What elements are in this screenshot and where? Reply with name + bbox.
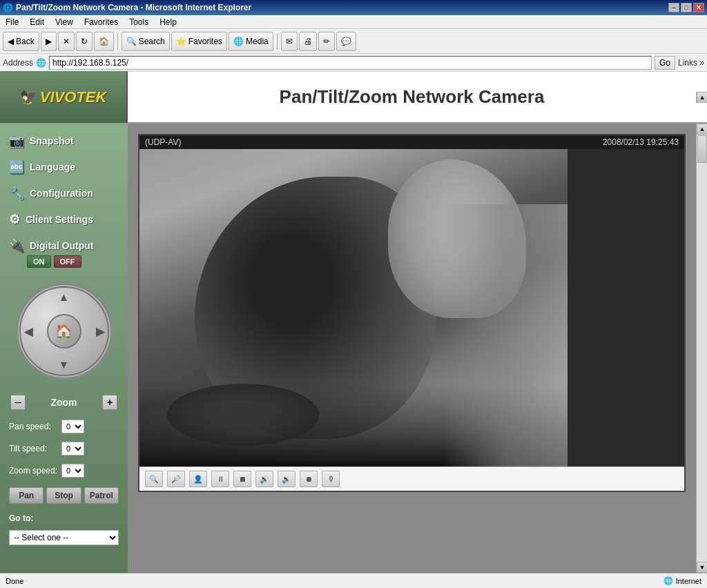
sidebar-item-configuration[interactable]: 🔧 Configuration (3, 183, 124, 204)
sidebar: 📷 Snapshot 🔤 Language 🔧 Configuration ⚙ … (0, 124, 128, 573)
ptz-up-button[interactable]: ▲ (59, 291, 70, 304)
edit-icon: ✏ (323, 37, 330, 46)
ptz-left-button[interactable]: ◀ (24, 325, 32, 338)
pause-button[interactable]: ⏸ (211, 471, 229, 487)
search-icon: 🔍 (126, 37, 137, 46)
status-text: Done (6, 577, 657, 585)
messenger-btn[interactable]: 💬 (336, 32, 356, 51)
refresh-icon: ↻ (81, 37, 88, 46)
configuration-icon: 🔧 (9, 186, 24, 201)
status-bar: Done 🌐 Internet (0, 573, 707, 588)
close-button[interactable]: ✕ (693, 3, 704, 12)
favorites-icon: ⭐ (176, 37, 186, 46)
refresh-button[interactable]: ↻ (76, 32, 93, 51)
output-buttons: ON OFF (27, 255, 119, 268)
goto-select[interactable]: -- Select one -- (9, 530, 119, 545)
toolbar-separator (117, 33, 118, 50)
search-button[interactable]: 🔍 Search (122, 32, 170, 51)
patrol-button[interactable]: Patrol (84, 487, 119, 504)
ptz-right-button[interactable]: ▶ (96, 325, 104, 338)
person-icon: 👤 (193, 475, 203, 484)
favorites-button[interactable]: ⭐ Favorites (171, 32, 227, 51)
background-right (443, 204, 568, 467)
page-header: 🦅 VIVOTEK Pan/Tilt/Zoom Network Camera ▲ (0, 72, 707, 124)
tilt-speed-select[interactable]: 0123 (61, 442, 84, 455)
sidebar-item-snapshot[interactable]: 📷 Snapshot (3, 130, 124, 151)
right-scrollbar[interactable]: ▲ ▼ (696, 124, 707, 573)
camera-toolbar: 🔍 🔎 👤 ⏸ ⏹ 🔊 (139, 467, 684, 491)
menu-view[interactable]: View (50, 16, 79, 28)
minimize-button[interactable]: ─ (668, 3, 679, 12)
scroll-thumb[interactable] (697, 135, 707, 163)
zoom-out-icon: 🔎 (171, 475, 181, 484)
scroll-down-button[interactable]: ▼ (697, 562, 707, 573)
vertical-scroll-top[interactable]: ▲ (696, 92, 707, 103)
links-label: Links » (678, 58, 704, 68)
back-icon: ◀ (8, 37, 14, 46)
zoom-plus-button[interactable]: + (102, 395, 117, 410)
camera-view-area: (UDP-AV) 2008/02/13 19:25:43 (128, 124, 696, 573)
zoom-control: ─ Zoom + (3, 392, 124, 413)
ptz-down-button[interactable]: ▼ (59, 359, 70, 371)
volume-down-icon: 🔉 (282, 475, 291, 484)
stop-stream-button[interactable]: ⏹ (233, 471, 251, 487)
ptz-home-button[interactable]: 🏠 (47, 314, 81, 349)
go-button[interactable]: Go (655, 56, 675, 70)
record-button[interactable]: ⏺ (300, 471, 318, 487)
zoom-label: Zoom (50, 397, 77, 408)
back-button[interactable]: ◀ Back (3, 32, 39, 51)
zoom-speed-select[interactable]: 0123 (61, 464, 84, 478)
stop-button[interactable]: Stop (46, 487, 81, 504)
client-settings-label: Client Settings (26, 214, 93, 225)
pan-button[interactable]: Pan (9, 487, 43, 504)
person-button[interactable]: 👤 (189, 471, 207, 487)
browser-icon: 🌐 (3, 3, 13, 12)
edit-btn[interactable]: ✏ (318, 32, 335, 51)
address-input[interactable] (49, 56, 652, 70)
menu-edit[interactable]: Edit (24, 16, 50, 28)
round-object (167, 384, 319, 446)
sidebar-item-language[interactable]: 🔤 Language (3, 157, 124, 177)
volume-up-button[interactable]: 🔊 (255, 471, 273, 487)
menu-tools[interactable]: Tools (124, 16, 154, 28)
maximize-button[interactable]: □ (681, 3, 692, 12)
pause-icon: ⏸ (217, 475, 224, 483)
forward-button[interactable]: ▶ (41, 32, 57, 51)
address-label: Address (3, 58, 33, 68)
pan-speed-select[interactable]: 0123 (61, 420, 84, 433)
snapshot-icon: 📷 (9, 133, 24, 148)
menu-help[interactable]: Help (154, 16, 182, 28)
off-button[interactable]: OFF (54, 255, 81, 268)
toolbar-separator-2 (277, 33, 278, 50)
sidebar-item-client-settings[interactable]: ⚙ Client Settings (3, 209, 124, 230)
menu-favorites[interactable]: Favorites (79, 16, 124, 28)
volume-down-button[interactable]: 🔉 (278, 471, 296, 487)
zoom-in-button[interactable]: 🔍 (145, 471, 163, 487)
scroll-up-button[interactable]: ▲ (697, 124, 707, 135)
language-icon: 🔤 (9, 159, 24, 175)
mic-button[interactable]: 🎙 (322, 471, 340, 487)
mic-icon: 🎙 (327, 475, 335, 483)
internet-label: Internet (676, 577, 701, 585)
zoom-minus-button[interactable]: ─ (10, 395, 26, 410)
stop-browser-button[interactable]: ✕ (58, 32, 75, 51)
tilt-speed-control: Tilt speed: 0123 (3, 440, 124, 457)
content-area: 📷 Snapshot 🔤 Language 🔧 Configuration ⚙ … (0, 124, 707, 573)
digital-output-label-row: 🔌 Digital Output (9, 238, 119, 253)
camera-image (139, 149, 568, 467)
protocol-label: (UDP-AV) (145, 137, 181, 147)
zoom-out-button[interactable]: 🔎 (167, 471, 185, 487)
home-button[interactable]: 🏠 (94, 32, 114, 51)
mail-button[interactable]: ✉ (281, 32, 298, 51)
snapshot-label: Snapshot (30, 135, 74, 146)
mail-icon: ✉ (286, 37, 293, 46)
messenger-icon: 💬 (341, 37, 351, 46)
home-icon: 🏠 (55, 323, 72, 340)
print-button[interactable]: 🖨 (299, 32, 317, 51)
menu-file[interactable]: File (0, 16, 24, 28)
on-button[interactable]: ON (27, 255, 51, 268)
title-bar-left: 🌐 Pan/Tilt/Zoom Network Camera - Microso… (3, 3, 251, 12)
scroll-up-btn[interactable]: ▲ (697, 92, 707, 103)
media-button[interactable]: 🌐 Media (229, 32, 273, 51)
control-buttons: Pan Stop Patrol (3, 484, 124, 507)
